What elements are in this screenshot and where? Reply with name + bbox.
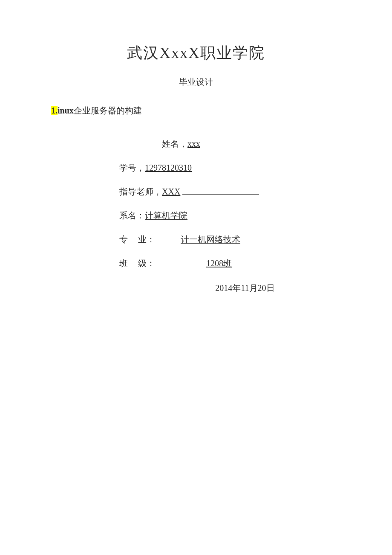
department-value: 计算机学院 <box>145 211 187 220</box>
department-row: 系名：计算机学院 <box>119 205 341 226</box>
name-value: xxx <box>187 139 200 148</box>
student-id-label: 学号， <box>119 163 145 172</box>
student-id-value: 12978120310 <box>145 163 192 172</box>
major-label-2: 业： <box>138 235 155 244</box>
topic-rest: 企业服务器的构建 <box>74 106 142 115</box>
document-page: 武汉XxxX职业学院 毕业设计 1.inux企业服务器的构建 姓名，xxx 学号… <box>0 0 392 298</box>
date-line: 2014年11月20日 <box>149 278 341 298</box>
class-value: 1208班 <box>206 259 232 268</box>
name-label: 姓名， <box>162 139 187 148</box>
institution-title: 武汉XxxX职业学院 <box>51 43 341 64</box>
name-row: 姓名，xxx <box>162 134 341 154</box>
advisor-label: 指导老师， <box>119 187 162 196</box>
topic-highlight: 1. <box>51 106 58 115</box>
class-label-2: 级： <box>138 259 155 268</box>
class-label-1: 班 <box>119 259 138 268</box>
advisor-row: 指导老师，XXX <box>119 181 341 202</box>
thesis-topic: 1.inux企业服务器的构建 <box>51 105 341 116</box>
topic-bold: inux <box>58 106 74 115</box>
major-label-1: 专 <box>119 235 138 244</box>
major-value: 计一机网络技术 <box>181 235 240 244</box>
info-block: 姓名，xxx 学号，12978120310 指导老师，XXX 系名：计算机学院 … <box>119 134 341 298</box>
department-label: 系名： <box>119 211 145 220</box>
advisor-value: XXX <box>162 187 180 196</box>
major-row: 专业：计一机网络技术 <box>119 229 341 250</box>
advisor-blank-line <box>182 194 259 195</box>
student-id-row: 学号，12978120310 <box>119 157 341 178</box>
class-row: 班级：1208班 <box>119 253 341 273</box>
document-subtitle: 毕业设计 <box>51 76 341 88</box>
